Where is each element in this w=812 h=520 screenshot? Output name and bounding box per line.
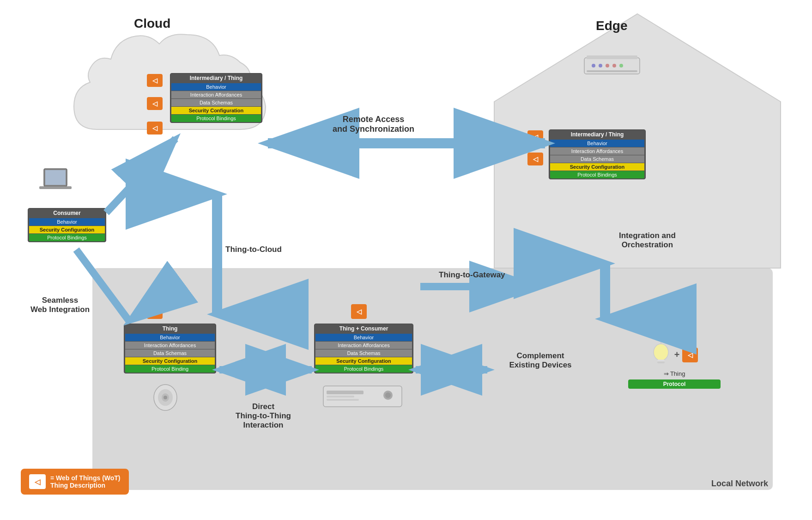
network-device-icon xyxy=(582,46,642,80)
thing-to-cloud-label: Thing-to-Cloud xyxy=(225,245,282,254)
legend-wot-icon: ◁ xyxy=(29,474,46,489)
svg-point-35 xyxy=(612,64,616,67)
svg-line-25 xyxy=(76,250,129,321)
svg-rect-31 xyxy=(587,55,637,59)
svg-line-24 xyxy=(106,139,176,213)
legend-box: ◁ = Web of Things (WoT)Thing Description xyxy=(21,469,129,495)
legend-text: = Web of Things (WoT)Thing Description xyxy=(50,474,121,489)
remote-access-label: Remote Accessand Synchronization xyxy=(333,115,414,134)
thing-to-gateway-label: Thing-to-Gateway xyxy=(439,270,505,280)
svg-point-32 xyxy=(592,64,595,67)
svg-point-36 xyxy=(619,64,623,67)
integration-label: Integration andOrchestration xyxy=(619,231,676,250)
svg-rect-37 xyxy=(587,70,637,72)
arrows-svg xyxy=(0,0,812,520)
diagram-container: Cloud Edge Local Network ◁ ◁ ◁ Intermedi… xyxy=(0,0,812,520)
direct-label: DirectThing-to-ThingInteraction xyxy=(217,402,309,430)
svg-point-33 xyxy=(599,64,602,67)
svg-point-34 xyxy=(606,64,609,67)
